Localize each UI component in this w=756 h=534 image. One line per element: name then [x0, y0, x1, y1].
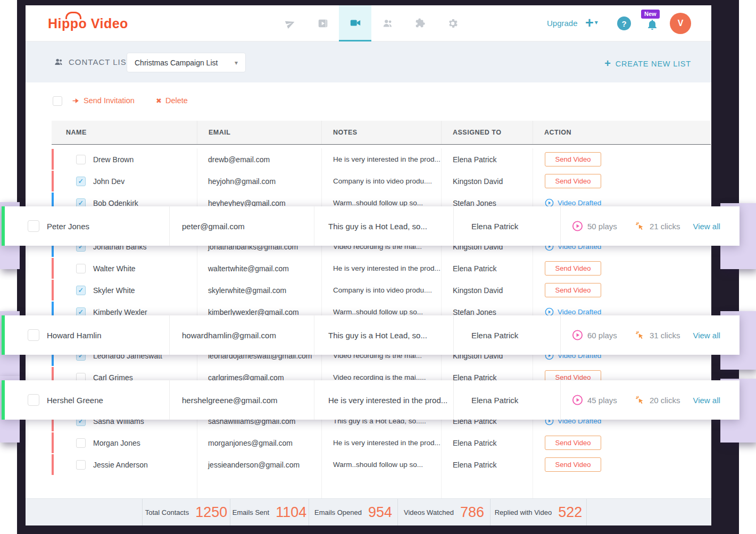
list-select-dropdown[interactable]: Christmas Campaign List ▾	[127, 53, 246, 72]
col-header-action: ACTION	[533, 121, 711, 144]
stat-value: 1250	[195, 504, 227, 521]
view-all-link[interactable]: View all	[693, 396, 720, 405]
dropdown-caret-icon: ▾	[235, 59, 238, 66]
assigned-to: Elena Patrick	[471, 396, 518, 405]
dragged-contact-card[interactable]: Howard Hamlin howardhamlin@gmail.com Thi…	[2, 315, 740, 355]
dragged-contact-card[interactable]: Hershel Greene hershelgreene@gmail.com H…	[2, 380, 740, 420]
view-all-link[interactable]: View all	[693, 331, 720, 340]
send-video-button[interactable]: Send Video	[545, 261, 601, 276]
app-window: Hippo Video	[26, 5, 711, 525]
nav-integrations[interactable]	[404, 5, 436, 41]
table-body: Drew Brown drewb@email.com He is very in…	[52, 145, 711, 475]
settings-gear-icon	[447, 18, 459, 29]
row-color-strip	[52, 171, 54, 191]
nav-rocket[interactable]	[274, 5, 306, 41]
col-header-notes: NOTES	[322, 121, 442, 144]
play-circle-icon	[572, 330, 583, 341]
stat-label: Videos Watched	[404, 508, 454, 516]
hippo-video-logo[interactable]: Hippo Video	[48, 16, 128, 31]
table-row: Jessie Anderson jessieanderson@gmail.com…	[52, 454, 711, 475]
contact-name: Drew Brown	[93, 155, 134, 164]
stats-footer: Total Contacts 1250 Emails Sent 1104 Ema…	[26, 498, 711, 525]
delete-button[interactable]: ✖ Delete	[156, 96, 188, 105]
assigned-to: Kingston David	[442, 170, 533, 192]
clicks-count: 21 clicks	[650, 222, 680, 231]
row-checkbox[interactable]	[28, 394, 39, 406]
notifications-bell-button[interactable]	[646, 18, 659, 31]
row-checkbox[interactable]	[28, 329, 39, 341]
stat-label: Emails Opened	[314, 508, 362, 516]
row-color-strip	[52, 258, 54, 279]
contact-email: waltertwhite@gmail.com	[197, 257, 322, 279]
footer-stat: Videos Watched 786	[398, 499, 491, 525]
row-checkbox[interactable]	[28, 220, 39, 232]
send-video-button[interactable]: Send Video	[545, 436, 601, 450]
upgrade-button[interactable]: Upgrade	[547, 19, 578, 28]
contact-notes: Warm..should follow up so...	[322, 454, 442, 475]
select-all-checkbox[interactable]	[53, 96, 62, 106]
contact-notes: Company is into video produ....	[322, 279, 442, 301]
col-header-assigned: ASSIGNED TO	[442, 121, 533, 144]
send-invitation-button[interactable]: Send Invitation	[72, 96, 135, 105]
row-checkbox[interactable]	[76, 460, 86, 470]
table-filler	[52, 475, 711, 498]
stat-value: 786	[460, 504, 484, 521]
contact-notes: He is very interested in the prod...	[328, 396, 447, 405]
nav-settings[interactable]	[436, 5, 469, 41]
contact-email: skylerwhite@gmail.com	[197, 279, 322, 301]
send-video-button[interactable]: Send Video	[545, 457, 601, 472]
list-header: CONTACT LIST Christmas Campaign List ▾ +…	[26, 41, 711, 82]
assigned-to: Kingston David	[442, 279, 533, 301]
navbar: Hippo Video	[26, 5, 711, 41]
clicks-count: 20 clicks	[650, 396, 680, 405]
user-avatar[interactable]: V	[670, 13, 691, 34]
plus-icon: +	[585, 15, 594, 31]
assigned-to: Elena Patrick	[442, 432, 533, 454]
create-new-list-button[interactable]: + CREATE NEW LIST	[604, 57, 691, 70]
col-header-name: NAME	[52, 121, 197, 144]
bulk-actions-toolbar: Send Invitation ✖ Delete	[26, 95, 711, 111]
contact-name: John Dev	[93, 177, 124, 186]
assigned-to: Elena Patrick	[471, 331, 518, 340]
click-cursor-icon	[634, 221, 645, 232]
plays-count: 50 plays	[587, 222, 617, 231]
table-row: Skyler White skylerwhite@gmail.com Compa…	[52, 279, 711, 301]
contact-name: Walter White	[93, 264, 136, 273]
stat-label: Total Contacts	[145, 508, 189, 516]
assigned-to: Elena Patrick	[471, 222, 518, 231]
contact-name: Peter Jones	[47, 222, 89, 231]
row-checkbox[interactable]	[76, 177, 86, 186]
clicks-count: 31 clicks	[650, 331, 680, 340]
bell-icon	[646, 18, 659, 31]
table-row: Walter White waltertwhite@gmail.com He i…	[52, 257, 711, 279]
engagement-stats: 60 plays 31 clicks View all	[572, 330, 720, 341]
contact-notes: Company is into video produ....	[322, 170, 442, 192]
send-video-button[interactable]: Send Video	[545, 152, 601, 166]
contact-email: howardhamlin@gmail.com	[182, 331, 276, 340]
rocket-icon	[283, 16, 298, 31]
plays-count: 60 plays	[587, 331, 617, 340]
row-checkbox[interactable]	[76, 264, 86, 273]
add-new-button[interactable]: +▾	[585, 16, 598, 30]
video-camera-icon	[350, 17, 361, 29]
row-color-strip	[52, 280, 54, 301]
nav-video-library[interactable]	[306, 5, 339, 41]
send-video-button[interactable]: Send Video	[545, 283, 601, 297]
contact-name: Howard Hamlin	[47, 331, 102, 340]
contact-email: jessieanderson@gmail.com	[197, 454, 322, 475]
row-checkbox[interactable]	[76, 438, 86, 448]
nav-contact-lists-active-tab[interactable]	[339, 5, 371, 41]
dragged-contact-card[interactable]: Peter Jones peter@gmail.com This guy is …	[2, 206, 740, 246]
row-color-strip	[52, 432, 54, 453]
card-green-strip	[2, 380, 5, 420]
send-video-button[interactable]: Send Video	[545, 174, 601, 188]
contact-email: hershelgreene@gmail.com	[182, 396, 277, 405]
delete-label: Delete	[165, 96, 188, 105]
row-checkbox[interactable]	[76, 155, 86, 164]
row-checkbox[interactable]	[76, 286, 86, 295]
nav-contacts[interactable]	[371, 5, 404, 41]
contact-notes: He is very interested in the prod...	[322, 257, 442, 279]
help-button[interactable]: ?	[617, 16, 631, 30]
view-all-link[interactable]: View all	[693, 222, 720, 231]
create-new-list-label: CREATE NEW LIST	[616, 60, 691, 68]
